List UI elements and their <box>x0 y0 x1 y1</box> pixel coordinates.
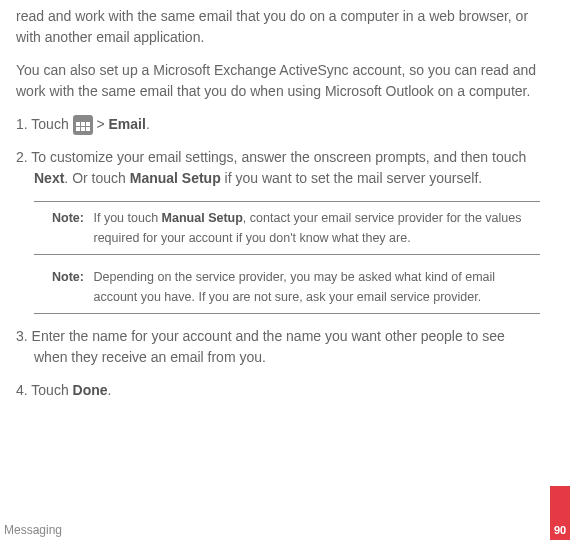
note-1-a: If you touch <box>93 211 161 225</box>
step-2-manual: Manual Setup <box>130 170 221 186</box>
note-label: Note: <box>52 208 90 228</box>
note-1-manual: Manual Setup <box>162 211 243 225</box>
page-content: read and work with the same email that y… <box>0 0 570 401</box>
step-1-gt: > <box>93 116 109 132</box>
step-1-period: . <box>146 116 150 132</box>
step-4: 4. Touch Done. <box>16 380 540 401</box>
step-1-prefix: 1. Touch <box>16 116 73 132</box>
note-2: Note: Depending on the service provider,… <box>34 261 540 314</box>
page-number: 90 <box>550 522 570 539</box>
step-3: 3. Enter the name for your account and t… <box>16 326 540 368</box>
apps-grid-icon <box>73 115 93 135</box>
step-4-a: 4. Touch <box>16 382 73 398</box>
note-1-text: If you touch Manual Setup, contact your … <box>93 208 537 248</box>
step-2-next: Next <box>34 170 64 186</box>
step-2-text-c: if you want to set the mail server yours… <box>221 170 482 186</box>
section-title: Messaging <box>0 523 62 537</box>
step-1: 1. Touch > Email. <box>16 114 540 135</box>
note-label: Note: <box>52 267 90 287</box>
steps-list: 1. Touch > Email. 2. To customize your e… <box>16 114 540 401</box>
note-1: Note: If you touch Manual Setup, contact… <box>34 201 540 255</box>
step-2-text-b: . Or touch <box>64 170 129 186</box>
notes-section: Note: If you touch Manual Setup, contact… <box>34 201 540 314</box>
page-footer: Messaging 90 <box>0 519 570 540</box>
intro-paragraph-1: read and work with the same email that y… <box>16 6 540 48</box>
intro-paragraph-2: You can also set up a Microsoft Exchange… <box>16 60 540 102</box>
step-4-done: Done <box>73 382 108 398</box>
step-4-b: . <box>108 382 112 398</box>
note-2-text: Depending on the service provider, you m… <box>93 267 537 307</box>
step-2: 2. To customize your email settings, ans… <box>16 147 540 189</box>
step-1-email: Email <box>109 116 146 132</box>
step-2-text-a: 2. To customize your email settings, ans… <box>16 149 526 165</box>
